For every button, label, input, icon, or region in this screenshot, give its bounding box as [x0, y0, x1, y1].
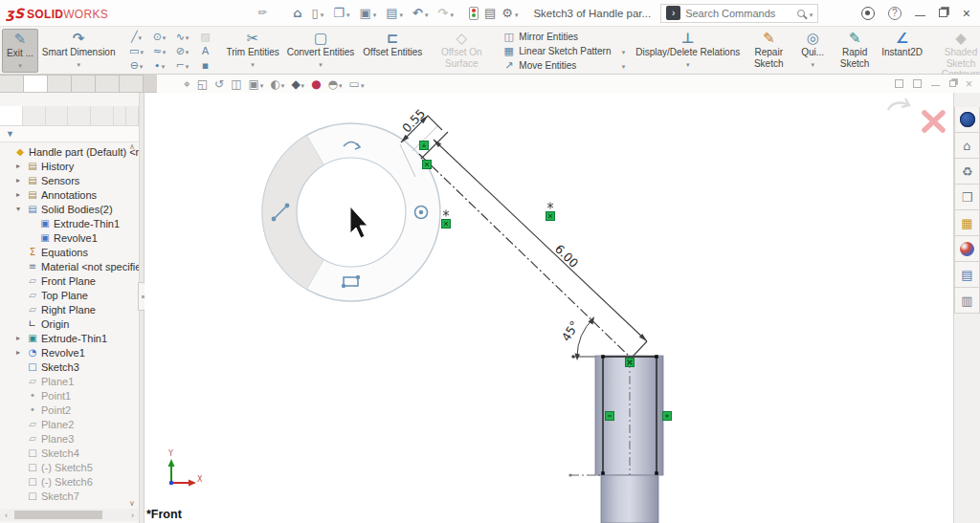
dropdown-caret-icon[interactable]: [140, 60, 144, 71]
dropdown-caret-icon[interactable]: [139, 32, 143, 42]
minimize-button[interactable]: [915, 10, 925, 16]
task-pane-tab[interactable]: [954, 107, 980, 133]
options-button[interactable]: ⚙: [501, 6, 518, 20]
tree-item[interactable]: ≡ Material <not specified: [0, 259, 139, 273]
tree-item[interactable]: • Point2: [0, 403, 139, 417]
close-button[interactable]: ×: [963, 7, 970, 20]
dropdown-caret-icon[interactable]: [77, 58, 80, 70]
task-pane-tab[interactable]: ❒: [954, 185, 980, 210]
tree-item[interactable]: ▱ Plane3: [0, 431, 139, 446]
tree-item[interactable]: □ Sketch4: [0, 446, 139, 460]
tree-item[interactable]: ▱ Plane2: [0, 417, 139, 431]
expand-arrow-icon[interactable]: ▸: [16, 162, 24, 170]
trim-entities-button[interactable]: ✂ Trim Entities: [223, 29, 283, 73]
sketch-canvas[interactable]: 0.55 6.00 45°: [145, 93, 953, 523]
manager-tab[interactable]: [0, 106, 23, 125]
tree-item[interactable]: ▣ Revolve1: [0, 230, 139, 245]
tree-item[interactable]: Σ Equations: [0, 245, 139, 259]
headsup-tool[interactable]: ◫: [231, 77, 241, 91]
dropdown-caret-icon[interactable]: [622, 46, 626, 56]
ribbon-tab[interactable]: [71, 75, 96, 92]
dropdown-caret-icon[interactable]: [450, 8, 454, 19]
search-icon[interactable]: [797, 10, 805, 17]
tree-item[interactable]: ∟ Origin: [0, 316, 139, 331]
manager-tab[interactable]: [68, 106, 91, 125]
menu-item[interactable]: [217, 11, 234, 16]
tree-item[interactable]: ▱ Right Plane: [0, 302, 139, 316]
quick-tool[interactable]: ▣: [355, 4, 380, 22]
ribbon-tab[interactable]: [47, 75, 72, 92]
sketch-entity-tool[interactable]: ▪: [194, 58, 217, 73]
tree-item[interactable]: □ (-) Sketch6: [0, 474, 139, 489]
display-delete-relations-button[interactable]: ⊥ Display/Delete Relations: [632, 29, 744, 73]
sketch-entity-tool[interactable]: ⌐: [171, 58, 194, 73]
help-icon[interactable]: ?: [888, 7, 902, 20]
tree-item[interactable]: ▱ Plane1: [0, 374, 139, 388]
dropdown-caret-icon[interactable]: [18, 59, 22, 71]
pattern-tool[interactable]: ▦ Linear Sketch Pattern: [502, 44, 625, 57]
headsup-tool[interactable]: ▣: [249, 77, 264, 91]
tree-item[interactable]: ▸ ▤ Sensors: [0, 173, 139, 187]
sketch-entity-tool[interactable]: ∙: [148, 58, 171, 73]
tree-horizontal-scrollbar[interactable]: ‹ ›: [0, 509, 139, 521]
headsup-tool[interactable]: ◱: [197, 77, 208, 91]
tree-item[interactable]: ▱ Top Plane: [0, 288, 139, 302]
dimension-45deg[interactable]: [571, 316, 627, 360]
document-minimize-button[interactable]: [931, 81, 940, 86]
dropdown-caret-icon[interactable]: [301, 78, 305, 90]
tree-item[interactable]: ▸ ▤ Annotations: [0, 187, 139, 202]
pattern-tool[interactable]: ↗ Move Entities: [502, 58, 625, 72]
dropdown-caret-icon[interactable]: [186, 32, 189, 42]
menu-item[interactable]: [196, 11, 213, 16]
scroll-right-icon[interactable]: ›: [126, 511, 139, 520]
dropdown-caret-icon[interactable]: [373, 8, 377, 19]
task-pane-tab[interactable]: ♻: [954, 159, 980, 185]
dropdown-caret-icon[interactable]: [319, 58, 323, 70]
new-window-icon[interactable]: [895, 79, 903, 88]
ribbon-tab[interactable]: [0, 75, 24, 92]
rapid-sketch-button[interactable]: ✎ Rapid Sketch: [832, 29, 878, 73]
task-pane-tab[interactable]: [954, 236, 980, 262]
dropdown-caret-icon[interactable]: [186, 60, 189, 71]
tree-vertical-scrollbar[interactable]: ∧∨: [126, 142, 138, 508]
task-pane-tab[interactable]: ⌂: [954, 133, 980, 159]
sketch-centerline[interactable]: [419, 154, 632, 359]
task-pane-tab[interactable]: ▥: [954, 288, 980, 314]
task-pane-tab[interactable]: ▦: [954, 210, 980, 236]
expand-arrow-icon[interactable]: ▸: [16, 176, 24, 185]
expand-arrow-icon[interactable]: ▸: [16, 348, 24, 357]
quick-snaps-button[interactable]: ◎ Qui...: [797, 29, 828, 73]
task-pane-tab[interactable]: ▤: [954, 262, 980, 288]
smart-dimension-button[interactable]: ↷ Smart Dimension: [38, 29, 120, 73]
headsup-tool[interactable]: ▭: [349, 77, 365, 91]
ribbon-tab[interactable]: [119, 75, 144, 92]
headsup-tool[interactable]: ↺: [214, 77, 224, 91]
manager-tab[interactable]: [23, 106, 46, 125]
menu-item[interactable]: [175, 11, 192, 16]
dimension-45deg-value[interactable]: 45°: [558, 318, 581, 344]
dropdown-caret-icon[interactable]: [811, 58, 814, 70]
scrollbar-thumb[interactable]: [14, 511, 102, 519]
quick-tool[interactable]: ▤: [382, 4, 407, 22]
search-box[interactable]: ›: [660, 4, 818, 23]
dropdown-caret-icon[interactable]: [163, 32, 167, 42]
dropdown-caret-icon[interactable]: [186, 46, 189, 56]
expand-arrow-icon[interactable]: ▸: [16, 334, 24, 342]
dropdown-caret-icon[interactable]: [339, 78, 343, 90]
dropdown-caret-icon[interactable]: [810, 8, 813, 19]
manager-tab[interactable]: [46, 106, 69, 125]
dimension-6.00[interactable]: [434, 140, 647, 359]
dropdown-caret-icon[interactable]: [251, 58, 255, 70]
sketch-entity-tool[interactable]: ▨: [194, 30, 217, 44]
menu-item[interactable]: [133, 11, 150, 16]
expand-arrow-icon[interactable]: ▸: [16, 190, 24, 199]
sketch-entity-tool[interactable]: A: [194, 44, 217, 58]
tree-item[interactable]: ▸ ▣ Extrude-Thin1: [0, 331, 139, 345]
sketch-entity-tool[interactable]: ≈: [148, 44, 171, 58]
document-restore-button[interactable]: [949, 80, 956, 87]
tree-item[interactable]: ▸ ▤ History: [0, 159, 139, 173]
tree-item[interactable]: ▣ Extrude-Thin1: [0, 216, 139, 230]
sketch-entity-tool[interactable]: ▭: [125, 44, 148, 58]
dropdown-caret-icon[interactable]: [281, 78, 285, 90]
dropdown-caret-icon[interactable]: [361, 78, 365, 90]
